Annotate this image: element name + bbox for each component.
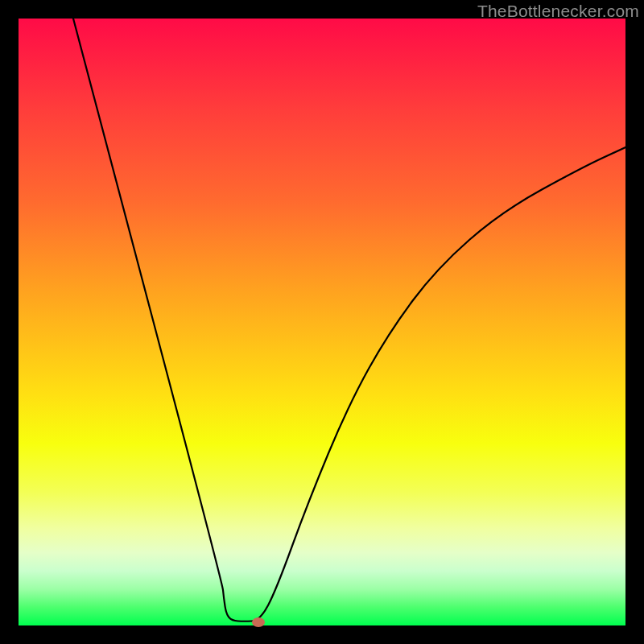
bottleneck-curve: [19, 19, 625, 625]
chart-frame: TheBottlenecker.com: [0, 0, 644, 644]
plot-area: [19, 19, 625, 625]
watermark-text: TheBottlenecker.com: [477, 2, 639, 21]
optimal-marker: [252, 617, 265, 627]
